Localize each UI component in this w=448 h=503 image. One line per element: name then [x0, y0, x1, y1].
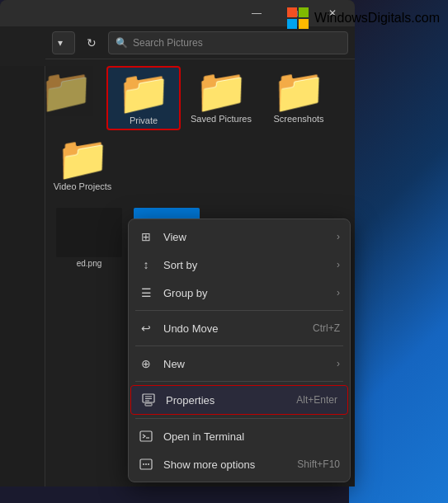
group-arrow-icon: › [337, 287, 340, 299]
view-icon: ⊞ [139, 229, 153, 244]
terminal-icon [139, 429, 153, 444]
new-icon: ⊕ [139, 356, 153, 371]
folder-label: Saved Pictures [191, 114, 252, 124]
ctx-item-group-by[interactable]: ☰ Group by › [129, 279, 350, 307]
folder-label: Video Projects [54, 181, 112, 191]
separator-1 [135, 310, 343, 311]
svg-rect-1 [299, 7, 309, 17]
view-arrow-icon: › [337, 231, 340, 242]
nav-bar: ▾ ↻ 🔍 Search Pictures [45, 26, 355, 59]
folder-item-saved-pictures[interactable]: 📁 Saved Pictures [184, 66, 258, 130]
svg-rect-3 [299, 19, 309, 29]
svg-rect-2 [287, 19, 297, 29]
group-icon: ☰ [139, 285, 153, 300]
ctx-shortcut-show-more: Shift+F10 [297, 458, 340, 470]
watermark: WindowsDigitals.com [286, 7, 440, 30]
image-label: ed.png [77, 259, 102, 268]
svg-rect-8 [145, 403, 152, 406]
ctx-item-sort-by[interactable]: ↕ Sort by › [129, 251, 350, 279]
folder-icon: 📁 [272, 69, 326, 112]
undo-icon: ↩ [139, 321, 153, 336]
ctx-label-properties: Properties [166, 394, 286, 407]
svg-point-14 [148, 463, 149, 465]
background-gradient [349, 0, 448, 503]
context-menu: ⊞ View › ↕ Sort by › ☰ Group by › ↩ Undo… [128, 219, 351, 482]
left-sidebar [0, 66, 45, 487]
search-placeholder: Search Pictures [133, 37, 203, 49]
svg-point-12 [143, 463, 144, 465]
dropdown-icon: ▾ [58, 37, 63, 49]
ctx-item-new[interactable]: ⊕ New › [129, 350, 350, 378]
thumb-dark [56, 208, 122, 257]
folder-icon: 📁 [195, 69, 248, 112]
ctx-item-undo-move[interactable]: ↩ Undo Move Ctrl+Z [129, 314, 350, 342]
search-box[interactable]: 🔍 Search Pictures [108, 31, 348, 54]
ctx-label-view: View [163, 231, 327, 243]
properties-icon [141, 393, 156, 407]
ctx-label-undo: Undo Move [163, 322, 303, 335]
windows-logo-icon [286, 7, 309, 30]
folder-icon: 📁 [40, 69, 93, 112]
ctx-label-sort: Sort by [163, 259, 327, 271]
image-thumbnail [56, 208, 122, 257]
ctx-item-properties[interactable]: Properties Alt+Enter [130, 385, 348, 415]
new-arrow-icon: › [337, 358, 340, 369]
svg-point-13 [145, 463, 147, 465]
search-icon: 🔍 [116, 37, 128, 49]
ctx-label-group: Group by [163, 287, 327, 299]
separator-3 [135, 381, 343, 382]
folder-icon: 📁 [117, 71, 171, 114]
svg-rect-9 [140, 431, 152, 441]
ctx-item-show-more[interactable]: Show more options Shift+F10 [129, 450, 350, 478]
sort-icon: ↕ [139, 257, 153, 272]
folder-item-screenshots[interactable]: 📁 Screenshots [262, 66, 336, 130]
image-item-ed[interactable]: ed.png [52, 204, 126, 271]
svg-rect-0 [287, 7, 297, 17]
ctx-label-terminal: Open in Terminal [163, 430, 340, 443]
folder-label: Screenshots [273, 114, 323, 124]
ctx-label-new: New [163, 358, 327, 370]
folders-grid: 📁 📁 Private 📁 Saved Pictures 📁 Screensho… [45, 59, 355, 201]
ctx-shortcut-properties: Alt+Enter [296, 394, 337, 406]
show-more-icon [139, 457, 153, 472]
watermark-text: WindowsDigitals.com [314, 11, 440, 26]
ctx-item-open-terminal[interactable]: Open in Terminal [129, 422, 350, 450]
sort-arrow-icon: › [337, 259, 340, 270]
folder-item-video-projects[interactable]: 📁 Video Projects [45, 134, 120, 195]
folder-label: Private [130, 115, 158, 125]
folder-icon: 📁 [56, 137, 110, 180]
ctx-shortcut-undo: Ctrl+Z [313, 322, 340, 334]
refresh-button[interactable]: ↻ [80, 31, 103, 54]
separator-2 [135, 346, 343, 346]
nav-dropdown[interactable]: ▾ [52, 31, 75, 54]
separator-4 [135, 418, 343, 419]
ctx-label-show-more: Show more options [163, 458, 287, 471]
ctx-item-view[interactable]: ⊞ View › [129, 223, 350, 251]
folder-item-private[interactable]: 📁 Private [106, 66, 181, 130]
minimize-button[interactable]: — [238, 0, 276, 26]
